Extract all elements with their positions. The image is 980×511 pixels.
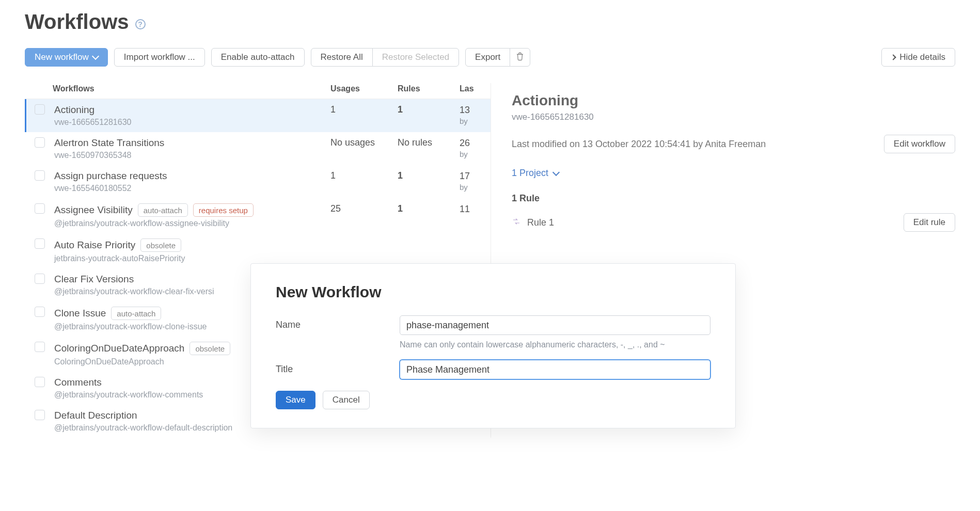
row-tag: auto-attach bbox=[111, 307, 161, 320]
name-label: Name bbox=[276, 315, 400, 330]
new-workflow-label: New workflow bbox=[35, 52, 89, 62]
row-title: Default Description bbox=[54, 410, 137, 421]
row-checkbox[interactable] bbox=[35, 104, 45, 115]
rule-section-title: 1 Rule bbox=[512, 193, 955, 204]
trash-icon bbox=[515, 52, 525, 63]
row-last: 11 bbox=[460, 203, 491, 215]
col-header-usages[interactable]: Usages bbox=[330, 84, 398, 93]
restore-selected-button: Restore Selected bbox=[372, 48, 459, 67]
row-checkbox[interactable] bbox=[35, 203, 45, 214]
table-row[interactable]: Assignee Visibilityauto-attachrequires s… bbox=[25, 198, 491, 233]
row-checkbox[interactable] bbox=[35, 170, 45, 181]
table-row[interactable]: Assign purchase requestsvwe-165546018055… bbox=[25, 165, 491, 198]
row-title: Actioning bbox=[54, 104, 94, 116]
chevron-down-icon bbox=[92, 53, 99, 60]
row-last: 13by bbox=[460, 104, 491, 126]
restore-group: Restore All Restore Selected bbox=[311, 48, 460, 67]
row-checkbox[interactable] bbox=[35, 410, 45, 420]
export-group: Export bbox=[465, 48, 530, 67]
panel-title: Actioning bbox=[512, 92, 955, 109]
row-checkbox[interactable] bbox=[35, 342, 45, 352]
row-checkbox[interactable] bbox=[35, 274, 45, 284]
edit-workflow-button[interactable]: Edit workflow bbox=[884, 135, 955, 153]
row-title: Clone Issue bbox=[54, 308, 106, 319]
projects-link-label: 1 Project bbox=[512, 168, 548, 179]
edit-rule-button[interactable]: Edit rule bbox=[904, 213, 955, 232]
row-title: Alertron State Transitions bbox=[54, 137, 164, 149]
row-title: Assignee Visibility bbox=[54, 204, 133, 216]
table-header: Workflows Usages Rules Las bbox=[25, 79, 491, 99]
row-usages: 1 bbox=[330, 170, 398, 181]
cancel-button[interactable]: Cancel bbox=[323, 391, 370, 409]
row-usages: No usages bbox=[330, 137, 398, 148]
row-rules: No rules bbox=[398, 137, 460, 148]
row-last: 17by bbox=[460, 170, 491, 193]
name-hint: Name can only contain lowercase alphanum… bbox=[400, 339, 710, 350]
projects-link[interactable]: 1 Project bbox=[512, 168, 559, 179]
chevron-down-icon bbox=[552, 168, 560, 175]
row-title: Clear Fix Versions bbox=[54, 274, 134, 285]
row-rules: 1 bbox=[398, 203, 460, 214]
row-title: Auto Raise Priority bbox=[54, 239, 135, 251]
help-icon[interactable]: ? bbox=[135, 19, 146, 29]
restore-all-button[interactable]: Restore All bbox=[311, 48, 373, 67]
new-workflow-button[interactable]: New workflow bbox=[25, 48, 108, 67]
new-workflow-dialog: New Workflow Name Name can only contain … bbox=[250, 263, 736, 428]
dialog-title: New Workflow bbox=[276, 283, 710, 301]
row-title: ColoringOnDueDateApproach bbox=[54, 343, 184, 354]
row-tag: requires setup bbox=[193, 203, 254, 217]
enable-auto-attach-button[interactable]: Enable auto-attach bbox=[211, 48, 305, 67]
row-rules: 1 bbox=[398, 170, 460, 181]
row-sub: jetbrains-youtrack-autoRaisePriority bbox=[54, 254, 330, 263]
col-header-rules[interactable]: Rules bbox=[398, 84, 460, 93]
table-row[interactable]: Alertron State Transitionsvwe-1650970365… bbox=[25, 132, 491, 165]
row-title: Comments bbox=[54, 377, 102, 388]
col-header-name[interactable]: Workflows bbox=[53, 84, 330, 93]
rule-name: Rule 1 bbox=[527, 217, 554, 228]
row-tag: obsolete bbox=[140, 238, 181, 252]
import-workflow-button[interactable]: Import workflow ... bbox=[114, 48, 205, 67]
state-machine-icon bbox=[512, 217, 521, 229]
toolbar: New workflow Import workflow ... Enable … bbox=[25, 48, 955, 67]
row-last: 26by bbox=[460, 137, 491, 159]
row-tag: auto-attach bbox=[138, 203, 188, 217]
row-sub: vwe-1655460180552 bbox=[54, 184, 330, 193]
table-row[interactable]: Actioningvwe-16656512816301113by bbox=[25, 99, 491, 132]
col-header-last[interactable]: Las bbox=[460, 84, 491, 93]
panel-sub: vwe-1665651281630 bbox=[512, 112, 955, 122]
title-label: Title bbox=[276, 360, 400, 375]
row-rules: 1 bbox=[398, 104, 460, 115]
row-sub: vwe-1665651281630 bbox=[54, 118, 330, 127]
row-sub: vwe-1650970365348 bbox=[54, 151, 330, 160]
hide-details-button[interactable]: Hide details bbox=[881, 48, 955, 67]
panel-last-modified: Last modified on 13 October 2022 10:54:4… bbox=[512, 139, 884, 150]
page-title: Workflows bbox=[25, 10, 129, 34]
row-checkbox[interactable] bbox=[35, 238, 45, 249]
row-sub: @jetbrains/youtrack-workflow-assignee-vi… bbox=[54, 219, 330, 228]
row-usages: 25 bbox=[330, 203, 398, 214]
save-button[interactable]: Save bbox=[276, 391, 315, 409]
chevron-right-icon bbox=[891, 54, 896, 60]
row-title: Assign purchase requests bbox=[54, 170, 167, 182]
name-input[interactable] bbox=[400, 315, 710, 335]
row-checkbox[interactable] bbox=[35, 377, 45, 387]
delete-button[interactable] bbox=[510, 48, 530, 67]
export-button[interactable]: Export bbox=[465, 48, 510, 67]
row-tag: obsolete bbox=[189, 342, 230, 355]
row-checkbox[interactable] bbox=[35, 137, 45, 148]
hide-details-label: Hide details bbox=[899, 52, 945, 62]
title-input[interactable] bbox=[400, 360, 710, 379]
row-usages: 1 bbox=[330, 104, 398, 115]
rule-row[interactable]: Rule 1 Edit rule bbox=[512, 213, 955, 232]
row-checkbox[interactable] bbox=[35, 307, 45, 317]
